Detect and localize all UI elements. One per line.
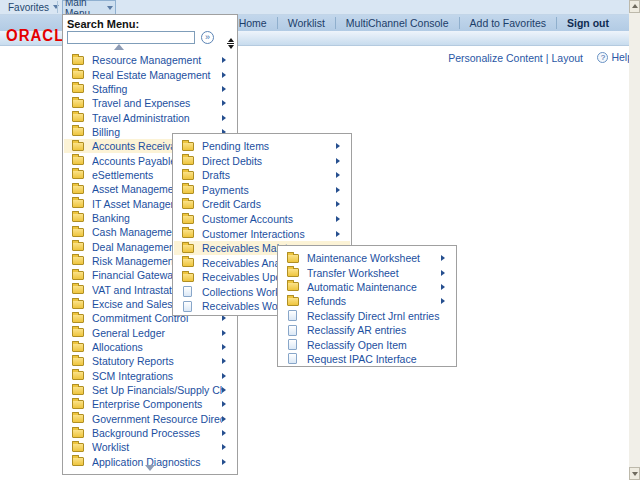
menu-item[interactable]: Reclassify AR entries: [279, 323, 455, 337]
folder-icon: [71, 142, 84, 151]
menu-item[interactable]: Real Estate Management: [64, 67, 236, 81]
help-link[interactable]: ? Help: [597, 51, 633, 63]
menu-item[interactable]: Enterprise Components: [64, 397, 236, 411]
menu-item-label: Transfer Worksheet: [307, 267, 441, 279]
chevron-down-icon: [107, 6, 113, 10]
menu-item[interactable]: General Ledger: [64, 326, 236, 340]
submenu-arrow-icon: [336, 172, 345, 178]
favorites-menu[interactable]: Favorites: [8, 0, 59, 14]
menu-item[interactable]: Worklist: [64, 440, 236, 454]
page-icon: [286, 339, 299, 350]
folder-icon: [71, 56, 84, 65]
menu-item-label: Pending Items: [202, 140, 336, 152]
menu-item[interactable]: Direct Debits: [174, 154, 350, 169]
folder-icon: [181, 156, 194, 165]
personalize-content-link[interactable]: Personalize Content: [448, 52, 543, 64]
submenu-arrow-icon: [222, 86, 231, 92]
menu-item[interactable]: Resource Management: [64, 53, 236, 67]
menu-resize-handle[interactable]: [227, 38, 234, 49]
menu-item[interactable]: Credit Cards: [174, 197, 350, 212]
menu-scroll-down-icon[interactable]: [145, 465, 155, 471]
favorites-label: Favorites: [8, 2, 49, 13]
menu-item-label: General Ledger: [92, 327, 222, 339]
submenu-arrow-icon: [222, 416, 231, 422]
menu-item-label: Staffing: [92, 83, 222, 95]
menu-item[interactable]: Reclassify Direct Jrnl entries: [279, 309, 455, 323]
menu-item[interactable]: Government Resource Directory: [64, 412, 236, 426]
nav-link[interactable]: MultiChannel Console: [335, 17, 459, 29]
page-icon: [286, 325, 299, 336]
folder-icon: [71, 314, 84, 323]
page-icon: [181, 286, 194, 297]
menu-item[interactable]: Transfer Worksheet: [279, 265, 455, 279]
menu-item-label: Maintenance Worksheet: [307, 252, 441, 264]
menu-item-label: Payments: [202, 184, 336, 196]
menu-item-label: Worklist: [92, 441, 222, 453]
menu-item[interactable]: Staffing: [64, 82, 236, 96]
menu-item[interactable]: SCM Integrations: [64, 369, 236, 383]
nav-link[interactable]: Sign out: [556, 17, 619, 29]
menu-item-label: Real Estate Management: [92, 69, 222, 81]
menu-item-label: Background Processes: [92, 427, 222, 439]
menu-item-label: Automatic Maintenance: [307, 281, 441, 293]
menu-item-label: Set Up Financials/Supply Chain: [92, 384, 222, 396]
menu-level3-items: Maintenance WorksheetTransfer WorksheetA…: [279, 251, 455, 366]
nav-link[interactable]: Worklist: [277, 17, 335, 29]
folder-icon: [71, 185, 84, 194]
menu-item-label: Reclassify Direct Jrnl entries: [307, 310, 441, 322]
menu-item[interactable]: Statutory Reports: [64, 354, 236, 368]
folder-icon: [71, 228, 84, 237]
menu-item[interactable]: Customer Accounts: [174, 212, 350, 227]
main-menu-tab[interactable]: Main Menu: [62, 0, 116, 14]
search-go-button[interactable]: »: [201, 31, 214, 44]
vertical-scrollbar[interactable]: [629, 0, 640, 480]
menu-item-label: SCM Integrations: [92, 370, 222, 382]
layout-link[interactable]: Layout: [551, 52, 583, 64]
scroll-up-button[interactable]: [629, 0, 640, 13]
folder-icon: [181, 273, 194, 282]
menu-item[interactable]: Reclassify Open Item: [279, 337, 455, 351]
menu-item[interactable]: Maintenance Worksheet: [279, 251, 455, 265]
folder-icon: [181, 200, 194, 209]
menu-scroll-up-icon[interactable]: [114, 44, 124, 50]
menu-item[interactable]: Travel and Expenses: [64, 96, 236, 110]
folder-icon: [71, 343, 84, 352]
folder-icon: [71, 414, 84, 423]
submenu-arrow-icon: [336, 216, 345, 222]
menu-search-input[interactable]: [67, 31, 195, 44]
submenu-arrow-icon: [336, 143, 345, 149]
nav-link[interactable]: Add to Favorites: [459, 17, 556, 29]
submenu-arrow-icon: [441, 255, 450, 261]
menu-item-label: Travel Administration: [92, 112, 222, 124]
menu-item[interactable]: Background Processes: [64, 426, 236, 440]
submenu-arrow-icon: [222, 57, 231, 63]
menu-item[interactable]: Set Up Financials/Supply Chain: [64, 383, 236, 397]
menu-item[interactable]: Drafts: [174, 168, 350, 183]
menu-item-label: Refunds: [307, 295, 441, 307]
menu-item[interactable]: Travel Administration: [64, 110, 236, 124]
submenu-arrow-icon: [222, 358, 231, 364]
menu-item-label: Credit Cards: [202, 198, 336, 210]
menu-item[interactable]: Pending Items: [174, 139, 350, 154]
folder-icon: [71, 429, 84, 438]
folder-icon: [71, 113, 84, 122]
menu-item[interactable]: Automatic Maintenance: [279, 280, 455, 294]
nav-links: HomeWorklistMultiChannel ConsoleAdd to F…: [229, 14, 619, 31]
menu-item-label: Application Diagnostics: [92, 456, 222, 468]
folder-icon: [71, 400, 84, 409]
menu-item[interactable]: Customer Interactions: [174, 226, 350, 241]
menu-item[interactable]: Payments: [174, 183, 350, 198]
menu-item[interactable]: Refunds: [279, 294, 455, 308]
folder-icon: [71, 328, 84, 337]
submenu-arrow-icon: [441, 284, 450, 290]
menu-item-label: Reclassify Open Item: [307, 339, 441, 351]
page-icon: [181, 301, 194, 312]
menu-item-label: Travel and Expenses: [92, 97, 222, 109]
folder-icon: [181, 258, 194, 267]
menu-item[interactable]: Request IPAC Interface: [279, 352, 455, 366]
menu-item-label: Enterprise Components: [92, 398, 222, 410]
submenu-arrow-icon: [222, 444, 231, 450]
scroll-down-button[interactable]: [629, 467, 640, 480]
folder-icon: [71, 99, 84, 108]
menu-item[interactable]: Allocations: [64, 340, 236, 354]
